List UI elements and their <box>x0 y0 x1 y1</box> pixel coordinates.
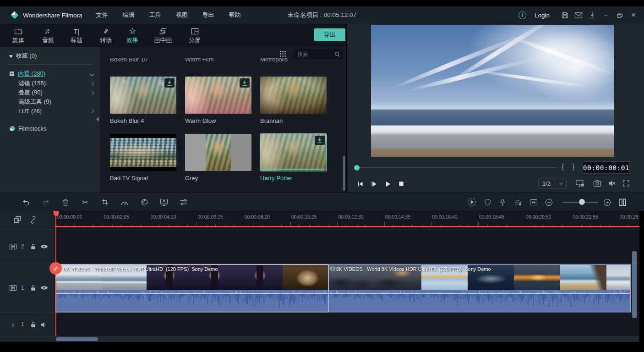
menu-view[interactable]: 视图 <box>169 11 195 19</box>
add-track-icon[interactable] <box>12 215 23 224</box>
stop-button[interactable] <box>396 179 407 189</box>
tab-split-screen[interactable]: 分屏 <box>182 27 207 47</box>
redo-icon[interactable] <box>40 197 52 208</box>
info-icon[interactable]: i <box>518 11 526 19</box>
fit-timeline-icon[interactable] <box>528 197 540 208</box>
clip-audio-waveform[interactable] <box>329 290 630 312</box>
effect-thumbnail[interactable] <box>110 134 176 171</box>
effect-card[interactable]: Bad TV Signal <box>110 134 176 182</box>
timeline-clip[interactable]: 8K VIDEOS World 8K Videos HDR UltraHD (1… <box>56 265 328 312</box>
adjust-sliders-icon[interactable] <box>178 197 190 208</box>
preview-scrubber-handle[interactable] <box>354 165 360 170</box>
thumbnail-size-grid-icon[interactable] <box>279 50 286 57</box>
display-settings-icon[interactable] <box>574 178 586 189</box>
sidebar-item-favorites[interactable]: ♥ 收藏 (0) <box>9 51 93 60</box>
play-button[interactable] <box>382 179 393 189</box>
effect-thumbnail[interactable] <box>185 134 251 171</box>
previous-frame-button[interactable] <box>355 179 366 189</box>
video-track-2-header[interactable]: 2 <box>0 241 55 252</box>
unlock-icon[interactable] <box>27 321 38 328</box>
audio-mixer-icon[interactable] <box>512 197 524 208</box>
effect-thumbnail[interactable] <box>260 77 327 114</box>
close-button[interactable]: × <box>627 10 640 21</box>
quick-split-scissors-icon[interactable]: ✂ <box>49 262 62 275</box>
video-track-1-header[interactable]: 1 <box>0 282 55 293</box>
effect-card[interactable]: Grey <box>185 134 251 182</box>
sidebar-item-lut[interactable]: LUT (26) <box>18 106 93 116</box>
effect-card[interactable]: Bokeh Blur 4 <box>110 77 176 124</box>
effect-card-selected[interactable]: Harry Potter <box>260 134 327 182</box>
tab-media[interactable]: 媒体 <box>5 27 31 47</box>
tab-pip[interactable]: 画中画 <box>148 27 178 47</box>
unlock-icon[interactable] <box>27 285 38 292</box>
restore-button[interactable] <box>613 10 627 21</box>
search-input[interactable] <box>294 51 334 57</box>
mark-in-button[interactable]: { <box>562 163 564 171</box>
effect-card[interactable]: Warm Glow <box>185 77 251 124</box>
preview-video[interactable] <box>371 25 614 157</box>
sidebar-item-filmstocks[interactable]: Filmstocks <box>9 124 93 133</box>
mark-out-button[interactable]: } <box>572 163 574 171</box>
timeline-hscroll-track[interactable] <box>55 336 639 342</box>
download-icon[interactable] <box>240 78 250 88</box>
crop-icon[interactable] <box>99 197 111 208</box>
collapse-panel-icon[interactable] <box>96 117 99 121</box>
motion-tracking-icon[interactable] <box>158 197 170 208</box>
clip-video-thumbnails[interactable]: 8K VIDEOS World 8K Videos HDR UltraHD (1… <box>56 265 328 290</box>
download-icon[interactable] <box>315 136 325 145</box>
timeline-vscroll-thumb[interactable] <box>632 251 637 318</box>
preview-timecode[interactable]: 00:00:00:01 <box>583 161 630 174</box>
effect-thumbnail[interactable] <box>185 77 251 114</box>
voiceover-mic-icon[interactable] <box>497 197 508 208</box>
effect-thumbnail[interactable] <box>260 134 327 171</box>
color-palette-icon[interactable] <box>138 197 150 208</box>
eye-icon[interactable] <box>38 285 49 291</box>
fullscreen-icon[interactable] <box>620 178 632 189</box>
preview-scrubber-track[interactable] <box>356 167 557 168</box>
menu-file[interactable]: 文件 <box>89 11 115 19</box>
minimize-button[interactable]: – <box>599 10 613 21</box>
effects-scrollbar[interactable] <box>343 156 345 191</box>
speaker-icon[interactable] <box>38 322 49 328</box>
track-layout-icon[interactable] <box>617 197 628 208</box>
snapshot-camera-icon[interactable] <box>591 178 603 189</box>
clip-video-thumbnails[interactable]: 8K VIDEOS World 8K Videos HDR UltraHD (1… <box>329 265 630 290</box>
audio-track-1-header[interactable]: ♪ 1 <box>0 319 55 330</box>
tab-audio[interactable]: ♬ 音频 <box>35 27 61 47</box>
next-frame-button[interactable] <box>368 179 379 189</box>
menu-tools[interactable]: 工具 <box>142 11 169 19</box>
zoom-out-icon[interactable] <box>543 197 555 208</box>
menu-help[interactable]: 帮助 <box>222 11 248 19</box>
split-scissors-icon[interactable]: ✂ <box>79 197 91 208</box>
sidebar-item-advanced-tools[interactable]: 高级工具 (9) <box>18 97 93 106</box>
login-button[interactable]: Login <box>535 12 550 19</box>
undo-icon[interactable] <box>20 197 32 208</box>
link-icon[interactable] <box>27 215 38 224</box>
volume-icon[interactable] <box>606 178 618 189</box>
shield-icon[interactable] <box>481 197 493 208</box>
speed-icon[interactable] <box>119 197 131 208</box>
sidebar-item-filters[interactable]: 滤镜 (155) <box>18 79 93 88</box>
sidebar-item-builtin[interactable]: 内置 (280) <box>9 69 93 78</box>
menu-export[interactable]: 导出 <box>195 11 222 19</box>
timeline-hscroll-thumb[interactable] <box>56 337 98 341</box>
effect-card[interactable]: Brannan <box>260 77 327 124</box>
playback-quality-dropdown[interactable]: 1/2 <box>538 178 567 189</box>
save-icon[interactable] <box>558 10 572 21</box>
search-icon[interactable] <box>334 51 340 57</box>
timeline-zoom-knob[interactable] <box>579 199 585 205</box>
tab-effects[interactable]: 效果 <box>120 27 145 47</box>
sidebar-item-overlays[interactable]: 叠覆 (90) <box>18 88 93 97</box>
tab-transitions[interactable]: 转场 <box>93 27 119 47</box>
render-preview-icon[interactable] <box>466 197 478 208</box>
unlock-icon[interactable] <box>27 243 38 250</box>
download-update-icon[interactable] <box>585 10 599 21</box>
zoom-in-icon[interactable] <box>601 197 613 208</box>
timeline-clip[interactable]: 8K VIDEOS World 8K Videos HDR UltraHD (1… <box>329 265 630 312</box>
tab-titles[interactable]: T| 标题 <box>64 27 89 47</box>
delete-icon[interactable] <box>60 197 71 208</box>
clip-audio-waveform[interactable] <box>56 290 328 312</box>
eye-icon[interactable] <box>38 244 49 249</box>
menu-edit[interactable]: 编辑 <box>115 11 142 19</box>
download-icon[interactable] <box>164 78 175 88</box>
